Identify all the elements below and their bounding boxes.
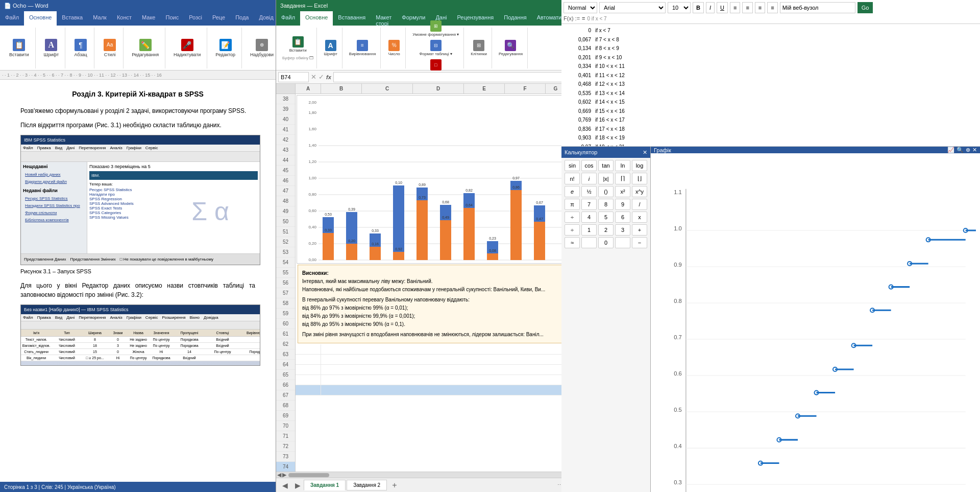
calc-div2[interactable]: ÷ <box>565 224 580 236</box>
sheet-tab-2[interactable]: Завдання 2 <box>347 480 387 490</box>
excel-format-table-button[interactable]: ⊟ Формат таблиці ▾ <box>418 39 454 57</box>
excel-tab-home[interactable]: Основне <box>300 11 333 26</box>
spss-recent-file-1[interactable]: Ресурс SPSS Statistics <box>23 195 85 202</box>
calc-6[interactable]: 6 <box>615 212 630 223</box>
url-input[interactable] <box>780 2 855 13</box>
graph-icon-2[interactable]: 🔍 <box>957 147 964 153</box>
calc-ceil[interactable]: ⌈⌉ <box>615 173 630 184</box>
calc-log[interactable]: log <box>632 160 647 171</box>
calc-pi[interactable]: π <box>565 199 580 210</box>
excel-align-button[interactable]: ≡ Вирівнювання <box>348 39 377 57</box>
excel-tab-view[interactable]: Подання <box>499 11 531 26</box>
calc-tan[interactable]: tan <box>598 160 614 171</box>
word-tab-poda[interactable]: Пода <box>230 11 254 26</box>
excel-tab-file[interactable]: Файл <box>276 11 300 26</box>
word-tab-home[interactable]: Основне <box>24 11 57 26</box>
edit-button[interactable]: ✏️ Редагування <box>130 38 161 58</box>
calc-e[interactable]: e <box>565 186 580 197</box>
addins-button[interactable]: ⊕ Надбудови <box>248 38 276 58</box>
dictate-button[interactable]: 🎤 Надиктувати <box>172 38 203 58</box>
style-dropdown[interactable]: Normal <box>564 2 597 13</box>
graph-icon-3[interactable]: ⊕ <box>966 147 970 153</box>
editor-button[interactable]: 📝 Редактор <box>213 38 237 58</box>
spss-open-file[interactable]: Відкрити другий файл <box>23 178 85 185</box>
calc-8[interactable]: 8 <box>598 199 614 210</box>
calc-abs[interactable]: |x| <box>598 173 614 184</box>
align-left-button[interactable]: ≡ <box>730 2 740 13</box>
calc-multiply[interactable]: x <box>632 212 647 223</box>
calc-parens[interactable]: () <box>598 186 614 197</box>
align-center-button[interactable]: ≡ <box>742 2 752 13</box>
spss-recent-file-3[interactable]: Форум спільноти <box>23 209 85 216</box>
align-right-button[interactable]: ≡ <box>755 2 765 13</box>
excel-edit-button[interactable]: 🔍 Редагування <box>497 39 524 57</box>
calc-1[interactable]: 1 <box>581 224 597 236</box>
word-tab-dovid[interactable]: Довід <box>254 11 278 26</box>
excel-cells-button[interactable]: ⊞ Клітинки <box>469 39 488 57</box>
calc-minus[interactable]: − <box>632 237 647 248</box>
calc-0[interactable]: 0 <box>598 237 614 248</box>
sheet-tab-1[interactable]: Завдання 1 <box>304 480 346 490</box>
calc-square[interactable]: x² <box>615 186 630 197</box>
prev-sheet-button[interactable]: ▶ <box>293 479 303 491</box>
excel-paste-button[interactable]: 📋 Вставити <box>288 35 308 54</box>
excel-condformat-button[interactable]: ⊞ Умовне форматування ▾ <box>411 19 460 38</box>
word-tab-file[interactable]: Файл <box>0 11 24 26</box>
calc-2[interactable]: 2 <box>598 224 614 236</box>
word-tab-malk[interactable]: Малк <box>88 11 112 26</box>
add-sheet-button[interactable]: + <box>388 479 401 492</box>
go-button[interactable]: Go <box>857 2 873 13</box>
word-tab-insert[interactable]: Вставка <box>57 11 88 26</box>
paragraph-button[interactable]: ¶ Абзац <box>71 38 90 58</box>
calc-half[interactable]: ½ <box>581 186 597 197</box>
word-tab-pois[interactable]: Поис <box>160 11 184 26</box>
excel-cell-ref-input[interactable] <box>278 72 309 82</box>
font-size-dropdown[interactable]: 10 <box>668 2 691 13</box>
calc-div-alt[interactable]: ÷ <box>565 212 580 223</box>
select-all-cell[interactable] <box>276 84 295 94</box>
graph-close-button[interactable]: ✕ <box>972 147 977 153</box>
calc-divide[interactable]: / <box>632 199 647 210</box>
word-tab-rece[interactable]: Реце <box>207 11 230 26</box>
calc-floor[interactable]: ⌊⌋ <box>632 173 647 184</box>
calc-plus[interactable]: + <box>632 224 647 236</box>
calc-factorial[interactable]: n! <box>565 173 580 184</box>
excel-formula-confirm[interactable]: ✓ <box>318 73 324 81</box>
spss-recent-file-2[interactable]: Нагадати SPSS Statistics про <box>23 202 85 209</box>
calc-cos[interactable]: cos <box>581 160 597 171</box>
underline-button[interactable]: U <box>717 2 728 13</box>
calc-close-button[interactable]: ✕ <box>643 149 647 156</box>
italic-button[interactable]: I <box>706 2 715 13</box>
align-justify-button[interactable]: ≡ <box>767 2 777 13</box>
calc-7[interactable]: 7 <box>581 199 597 210</box>
excel-formula-input[interactable] <box>333 72 567 82</box>
word-tab-make[interactable]: Маке <box>137 11 160 26</box>
spss-recent-file-4[interactable]: Бібліотека компонентів <box>23 217 85 223</box>
calc-approx[interactable]: ≈ <box>565 237 580 248</box>
excel-tab-page[interactable]: Макет сторі <box>371 11 397 26</box>
calc-5[interactable]: 5 <box>598 212 614 223</box>
word-tab-rozsi[interactable]: Розсі <box>184 11 207 26</box>
calc-imaginary[interactable]: i <box>581 173 597 184</box>
paste-button[interactable]: 📋 Вставити <box>7 38 31 58</box>
styles-button[interactable]: Aa Стилі <box>101 38 119 58</box>
graph-icon-1[interactable]: 📈 <box>947 147 954 153</box>
excel-font-button[interactable]: A Шрифт <box>322 39 338 57</box>
calc-4[interactable]: 4 <box>581 212 597 223</box>
row-74[interactable] <box>296 385 569 395</box>
excel-formula-cancel[interactable]: ✕ <box>311 73 316 81</box>
excel-horizontal-scrollbar[interactable]: ◀ ▶ <box>276 472 569 478</box>
font-dropdown[interactable]: Arial <box>599 2 666 13</box>
excel-tab-insert[interactable]: Вставання <box>333 11 371 26</box>
new-sheet-button[interactable]: ◀ <box>278 479 292 491</box>
calc-power[interactable]: x^y <box>632 186 647 197</box>
calc-sin[interactable]: sin <box>565 160 580 171</box>
calc-9[interactable]: 9 <box>615 199 630 210</box>
spss-recent-item[interactable]: Новий набір даних <box>23 171 85 178</box>
bold-button[interactable]: B <box>693 2 704 13</box>
excel-number-button[interactable]: % Число <box>386 39 402 57</box>
font-button[interactable]: A Шрифт <box>42 38 61 58</box>
word-tab-konst[interactable]: Конст <box>112 11 137 26</box>
scrollbar-thumb[interactable] <box>288 473 329 477</box>
calc-3[interactable]: 3 <box>615 224 630 236</box>
